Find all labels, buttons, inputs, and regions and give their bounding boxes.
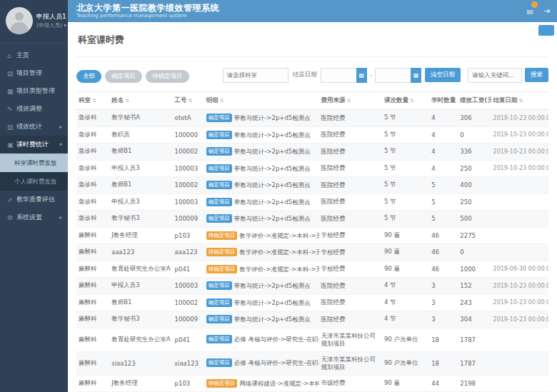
cell-pay: 500: [458, 211, 491, 228]
status-filter-group: 全部确定项目待确定项目: [76, 67, 193, 83]
date-end-input[interactable]: [375, 68, 411, 83]
cell-pay: 250: [458, 194, 491, 211]
cell-hours: 3: [429, 311, 458, 328]
table-header-row: 科室⇅姓名⇅工号⇅明细⇅费用来源⇅课次数量⇅学时数量⇅绩效工资(元)⇅结算日期⇅: [76, 92, 548, 110]
edit-icon: ✎: [7, 106, 16, 113]
column-header[interactable]: 科室⇅: [76, 92, 109, 110]
cell-source: 医院经费: [319, 211, 382, 228]
search-input[interactable]: [468, 68, 522, 83]
column-header[interactable]: 学时数量⇅: [429, 92, 458, 110]
column-header[interactable]: 结算日期⇅: [491, 92, 548, 110]
cell-hours: 4: [429, 160, 458, 177]
column-header[interactable]: 明细⇅: [204, 92, 319, 110]
cell-hours: 18: [429, 328, 458, 351]
column-header[interactable]: 课次数量⇅: [382, 92, 429, 110]
cell-date: [491, 244, 548, 261]
table-row: 麻醉科教育处研究生办公室Ap041确定项目必修 考核与评价->研究生-在职-教师…: [76, 328, 548, 351]
sidebar-subitem-1[interactable]: 个人课时费发放: [0, 172, 68, 191]
sidebar-item-grid[interactable]: ▦项目类型管理: [0, 82, 68, 100]
cell-pay: 1787: [458, 328, 491, 351]
date-range-label: 结算日期: [293, 71, 317, 79]
sidebar-item-label: 绩效统计: [16, 122, 59, 131]
sidebar-item-bar-chart[interactable]: ▥绩效统计▸: [0, 118, 68, 136]
cell-id: 100002: [173, 177, 204, 194]
user-panel[interactable]: 申报人员1 (申报人员) ▾: [0, 0, 68, 44]
cell-name: J教务经理: [109, 375, 172, 392]
cell-name: 教育处研究生办公室A: [109, 261, 172, 278]
detail-text: 带教与统计->2p+d5检测点: [234, 131, 311, 138]
cell-date: [491, 328, 548, 351]
sidebar-item-edit[interactable]: ✎绩效调整: [0, 100, 68, 118]
cell-id: 100009: [173, 211, 204, 228]
column-header[interactable]: 费用来源⇅: [319, 92, 382, 110]
cell-hours: 44: [429, 375, 458, 392]
cell-hours: 3: [429, 278, 458, 295]
search-button[interactable]: 搜索: [525, 68, 548, 82]
sidebar-item-home[interactable]: ⌂主页: [0, 46, 68, 64]
cell-dept: 麻醉科: [76, 227, 109, 244]
messages-button[interactable]: ✉: [527, 4, 533, 18]
detail-text: 带教与统计->2p+d5检测点: [234, 114, 311, 121]
sidebar-item-calendar[interactable]: ▣课时费统计▾: [0, 136, 68, 154]
cell-hours: 4: [429, 126, 458, 144]
logout-icon[interactable]: ⇥: [543, 6, 550, 16]
cell-detail: 待确定项目网络课程建设->准规定->本科->学员: [204, 375, 319, 392]
corner-widget-button[interactable]: [538, 25, 554, 36]
filter-button-0[interactable]: 全部: [76, 70, 101, 83]
detail-text: 教学评价->准规定->本科->无接收人: [239, 231, 318, 238]
home-icon: ⌂: [7, 52, 16, 59]
cell-hours: 5: [429, 211, 458, 228]
cell-source: 医院经费: [319, 194, 382, 211]
clear-date-button[interactable]: 清空日期: [425, 68, 461, 82]
cell-pay: 2275: [458, 227, 491, 244]
detail-text: 带教与统计->2p+d5检测点: [234, 148, 311, 155]
user-role-dropdown[interactable]: (申报人员) ▾: [36, 21, 66, 29]
sidebar-item-trend[interactable]: ⇗教学质量评估: [0, 191, 68, 208]
sidebar-menu: ⌂主页▤项目管理▦项目类型管理✎绩效调整▥绩效统计▸▣课时费统计▾科室课时费发放…: [0, 44, 68, 226]
avatar-head-shape: [15, 12, 24, 21]
column-header[interactable]: 绩效工资(元)⇅: [458, 92, 491, 110]
filter-button-2[interactable]: 待确定项目: [146, 70, 189, 83]
column-header[interactable]: 工号⇅: [173, 92, 204, 110]
filter-button-1[interactable]: 确定项目: [105, 70, 142, 83]
cell-dept: 麻醉科: [76, 328, 109, 351]
cell-name: 申报人员3: [109, 194, 172, 211]
column-header-label: 工号: [175, 96, 187, 104]
cell-pay: 243: [458, 294, 491, 311]
cell-sessions: 5 节: [382, 211, 429, 228]
department-select-input[interactable]: [223, 68, 288, 83]
sort-icon: ⇅: [92, 98, 96, 104]
table-row: 麻醉科J教务经理p103待确定项目教学评价->准规定->本科->无接收人学校经费…: [76, 227, 548, 244]
sidebar-item-document[interactable]: ▤项目管理: [0, 64, 68, 82]
cell-id: siaa123: [173, 351, 204, 375]
cell-date: [491, 227, 548, 244]
cell-source: 医院经费: [319, 160, 382, 177]
cell-dept: 麻醉科: [76, 278, 109, 295]
calendar-icon[interactable]: ▦: [356, 68, 367, 83]
cell-date: 2019-06-30 00:00:00: [491, 261, 548, 278]
sidebar-item-gear[interactable]: ⚙系统设置▸: [0, 208, 68, 226]
cell-dept: 麻醉科: [76, 244, 109, 261]
cell-sessions: 5 节: [382, 160, 429, 177]
cell-source: 天津市某某科技公司规划项目: [319, 328, 382, 351]
cell-source: 医院经费: [319, 177, 382, 194]
cell-pay: 0: [458, 244, 491, 261]
detail-text: 带教与统计->2p+d5检测点: [234, 282, 311, 289]
status-badge: 确定项目: [206, 298, 232, 307]
date-start-input[interactable]: [321, 68, 356, 83]
sidebar-subitem-0[interactable]: 科室课时费发放: [0, 154, 68, 172]
cell-hours: 46: [429, 227, 458, 244]
cell-id: 100002: [173, 144, 204, 161]
cell-id: aaa123: [173, 244, 204, 261]
cell-id: p103: [173, 227, 204, 244]
cell-name: aaa123: [109, 244, 172, 261]
cell-dept: 急诊科: [76, 144, 109, 161]
calendar-icon[interactable]: ▦: [411, 68, 421, 83]
cell-detail: 待确定项目教学评价->准规定->本科->无接收人: [204, 261, 319, 278]
column-header[interactable]: 姓名⇅: [109, 92, 172, 110]
cell-source: 学校经费: [319, 261, 382, 278]
cell-detail: 确定项目带教与统计->2p+d5检测点: [204, 294, 319, 311]
cell-pay: 304: [458, 311, 491, 328]
sidebar-item-label: 绩效调整: [16, 104, 62, 114]
cell-id: p103: [173, 375, 204, 392]
